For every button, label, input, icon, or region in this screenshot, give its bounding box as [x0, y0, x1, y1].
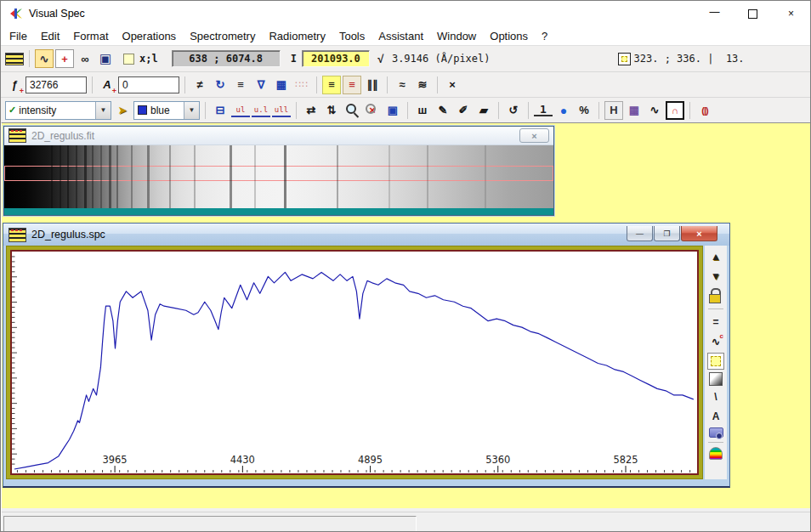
replay-icon[interactable]: ↺	[504, 101, 523, 120]
open-image-icon[interactable]: +	[55, 49, 74, 68]
spectrum-window: 2D_regulus.spc — ❐ × 3965443048955360582…	[3, 223, 730, 488]
menu-operations[interactable]: Operations	[116, 27, 184, 45]
series-under-icon[interactable]: ul	[231, 104, 250, 117]
dot-grid-icon[interactable]: ∷∷	[292, 76, 311, 94]
divide-profiles-icon[interactable]: ×	[443, 76, 462, 94]
lock-icon[interactable]	[707, 287, 724, 304]
selection-info: 323. ; 336. | 13.	[634, 53, 745, 65]
maximize-button[interactable]	[734, 1, 772, 26]
show-profile-icon[interactable]: ≡	[343, 76, 361, 94]
menu-window[interactable]: Window	[430, 27, 483, 45]
profile-doc-icon[interactable]	[5, 53, 24, 65]
slant-correction-icon[interactable]: ∇	[252, 76, 270, 94]
selection-mode-icon[interactable]	[707, 353, 724, 370]
fit-window-close-button[interactable]: ×	[519, 128, 549, 143]
menu-format[interactable]: Format	[66, 27, 115, 45]
spc-close-button[interactable]: ×	[681, 226, 717, 241]
statusbar	[2, 512, 811, 532]
menu-help[interactable]: ?	[535, 27, 554, 45]
menu-tools[interactable]: Tools	[332, 27, 371, 45]
absorption-line	[116, 145, 118, 208]
spectrum-plot-svg[interactable]: 39654430489553605825	[12, 252, 697, 473]
menu-radiometry[interactable]: Radiometry	[262, 27, 332, 45]
export-image-icon[interactable]: ▣	[383, 101, 402, 120]
series-chart-icon[interactable]: ∿	[707, 333, 724, 350]
svg-text:5825: 5825	[613, 454, 638, 466]
unzoom-icon[interactable]: ×	[363, 101, 382, 120]
save-icon[interactable]: ▣	[96, 49, 115, 68]
menu-edit[interactable]: Edit	[34, 27, 66, 45]
pointer-hand-icon[interactable]: ➤	[113, 101, 132, 120]
show-image-profile-icon[interactable]: ≡	[322, 76, 341, 94]
periodic-table-icon[interactable]: ▦	[625, 101, 644, 120]
tilt-lines-icon[interactable]: ≡	[231, 76, 250, 94]
spectrum-image-strip[interactable]	[4, 145, 553, 208]
series-all-icon[interactable]: ull	[272, 104, 291, 117]
overlay-reference-icon[interactable]: ≋	[413, 76, 432, 94]
spc-window-title: 2D_regulus.spc	[31, 229, 105, 241]
selection-rect-icon	[618, 53, 631, 65]
minimize-button[interactable]: —	[695, 1, 734, 26]
min-intensity-icon[interactable]: A	[98, 76, 116, 94]
search-binoculars-icon[interactable]: ∞	[76, 49, 94, 68]
absorption-line	[230, 145, 232, 208]
window-title: Visual Spec	[29, 8, 85, 20]
element-h-icon[interactable]: H	[604, 101, 623, 120]
show-image-icon[interactable]: ∥∥	[363, 76, 382, 94]
series-over-icon[interactable]: u.l	[252, 104, 270, 117]
draw-pencil-icon[interactable]: ✎	[434, 101, 452, 120]
line-ident-icon[interactable]: ∿	[645, 101, 664, 120]
text-tool-icon[interactable]: A	[707, 408, 724, 425]
overlay-profile-icon[interactable]: ≈	[393, 76, 411, 94]
combo-arrow-icon[interactable]: ▼	[95, 102, 111, 119]
min-intensity-input[interactable]: 0	[118, 76, 179, 93]
menu-spectrometry[interactable]: Spectrometry	[183, 27, 262, 45]
display-screen-icon[interactable]: ⊟	[211, 101, 230, 120]
color-combobox[interactable]: blue ▼	[133, 101, 200, 120]
close-button[interactable]: ×	[772, 1, 810, 26]
plot-area[interactable]: 39654430489553605825	[10, 250, 699, 475]
water-drop-icon[interactable]: ●	[554, 101, 573, 120]
comb-measure-icon[interactable]: ш	[413, 101, 432, 120]
reference-line-icon[interactable]: ≠	[190, 76, 209, 94]
svg-text:3965: 3965	[103, 454, 128, 466]
color-value: blue	[150, 105, 170, 116]
pan-up-icon[interactable]: ▲	[707, 248, 724, 265]
menu-file[interactable]: File	[3, 27, 34, 45]
edit-points-icon[interactable]: ✐	[454, 101, 473, 120]
shift-y-icon[interactable]: ⇅	[322, 101, 341, 120]
draw-segment-icon[interactable]: \	[707, 388, 724, 405]
status-panel	[3, 516, 417, 532]
table-copy-icon[interactable]: ▦	[272, 76, 291, 94]
paint-brush-icon[interactable]: ▰	[474, 101, 493, 120]
max-intensity-icon[interactable]: ƒ	[5, 76, 24, 94]
spc-window-titlebar[interactable]: 2D_regulus.spc — ❐ ×	[3, 224, 729, 246]
menubar: File Edit Format Operations Spectrometry…	[1, 26, 810, 46]
pan-down-icon[interactable]: ▼	[707, 268, 724, 285]
rotate-image-icon[interactable]: ↻	[211, 76, 230, 94]
menu-options[interactable]: Options	[483, 27, 535, 45]
pixel-line-checkbox[interactable]	[123, 54, 134, 65]
profile-type-combobox[interactable]: ✓ intensity ▼	[5, 101, 111, 120]
normalize-icon[interactable]: 1	[534, 104, 553, 116]
max-intensity-input[interactable]: 32766	[26, 76, 87, 93]
main-titlebar[interactable]: Visual Spec — ×	[1, 1, 810, 26]
camera-icon[interactable]	[709, 427, 723, 438]
open-profile-icon[interactable]: ∿	[35, 49, 54, 68]
spc-minimize-button[interactable]: —	[627, 226, 653, 241]
binning-zone-band[interactable]	[4, 166, 553, 182]
spc-restore-button[interactable]: ❐	[654, 226, 680, 241]
absorption-line	[84, 145, 87, 208]
radiometry-icon[interactable]: (|)	[695, 101, 714, 120]
gradient-fill-icon[interactable]	[709, 372, 723, 386]
combo-arrow-icon[interactable]: ▼	[184, 102, 199, 119]
shift-x-icon[interactable]: ⇄	[302, 101, 320, 120]
percent-icon[interactable]: %	[575, 101, 593, 120]
equal-scale-icon[interactable]: =	[707, 314, 724, 331]
gaussian-fit-icon[interactable]: ∩	[666, 101, 684, 120]
toolbar-separator	[437, 76, 438, 93]
fit-window-titlebar[interactable]: 2D_regulus.fit ×	[4, 127, 553, 145]
zoom-in-icon[interactable]	[343, 101, 361, 120]
palette-icon[interactable]	[709, 447, 723, 460]
menu-assistant[interactable]: Assistant	[371, 27, 430, 45]
